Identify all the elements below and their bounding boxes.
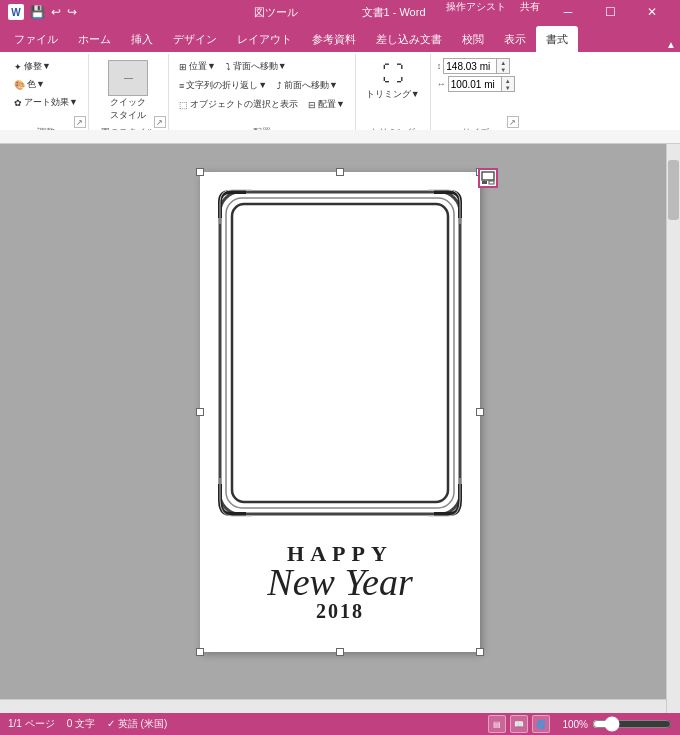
tab-insert[interactable]: 挿入	[121, 26, 163, 52]
decorative-frame	[216, 188, 464, 518]
width-row: ↔ ▲ ▼	[437, 76, 515, 92]
window-controls: 操作アシスト 共有 ─ ☐ ✕	[440, 0, 672, 24]
align-btn[interactable]: ⊟ 配置▼	[304, 96, 349, 113]
assist-btn[interactable]: 操作アシスト	[440, 0, 512, 24]
select-icon: ⬚	[179, 100, 188, 110]
adjust-group-content: ✦ 修整▼ 🎨 色▼ ✿ アート効果▼	[10, 56, 82, 124]
status-bar: 1/1 ページ 0 文字 ✓ 英語 (米国) ▤ 📖 🌐 100%	[0, 713, 680, 735]
wrap-label: 文字列の折り返し▼	[186, 79, 267, 92]
width-arrows: ▲ ▼	[502, 76, 515, 92]
arrange-group: ⊞ 位置▼ ⤵ 背面へ移動▼ ≡ 文字列の折り返し▼ ⤴ 前面へ移動▼	[169, 54, 356, 142]
width-up[interactable]: ▲	[502, 77, 514, 84]
forward-icon: ⤴	[277, 81, 282, 91]
height-up[interactable]: ▲	[497, 59, 509, 66]
handle-mid-left[interactable]	[196, 408, 204, 416]
redo-icon[interactable]: ↪	[67, 5, 77, 19]
crop-btn[interactable]: ⛶ トリミング▼	[362, 58, 424, 103]
style-group: ― クイックスタイル 図のスタイル ↗	[89, 54, 169, 142]
width-down[interactable]: ▼	[502, 84, 514, 91]
tab-file[interactable]: ファイル	[4, 26, 68, 52]
close-button[interactable]: ✕	[632, 0, 672, 24]
tab-mailings[interactable]: 差し込み文書	[366, 26, 452, 52]
position-btn[interactable]: ⊞ 位置▼	[175, 58, 220, 75]
position-icon: ⊞	[179, 62, 187, 72]
quick-style-icon: ―	[108, 60, 148, 96]
height-down[interactable]: ▼	[497, 66, 509, 73]
tab-view[interactable]: 表示	[494, 26, 536, 52]
tab-references[interactable]: 参考資料	[302, 26, 366, 52]
svg-rect-0	[482, 172, 494, 180]
height-arrows: ▲ ▼	[497, 58, 510, 74]
crop-group: ⛶ トリミング▼ トリミング	[356, 54, 431, 142]
svg-rect-2	[489, 181, 494, 184]
layout-options-button[interactable]	[478, 168, 498, 188]
view-read-btn[interactable]: 📖	[510, 715, 528, 733]
select-label: オブジェクトの選択と表示	[190, 98, 298, 111]
height-input[interactable]	[443, 58, 497, 74]
size-group-content: ↕ ▲ ▼ ↔ ▲ ▼	[437, 56, 515, 124]
tab-home[interactable]: ホーム	[68, 26, 121, 52]
restore-button[interactable]: ☐	[590, 0, 630, 24]
width-input[interactable]	[448, 76, 502, 92]
ruler-horizontal	[0, 130, 680, 144]
modify-icon: ✦	[14, 62, 22, 72]
language-text: 英語 (米国)	[118, 718, 167, 729]
view-web-btn[interactable]: 🌐	[532, 715, 550, 733]
height-row: ↕ ▲ ▼	[437, 58, 515, 74]
crop-icon: ⛶	[379, 60, 407, 88]
save-icon[interactable]: 💾	[30, 5, 45, 19]
height-label: ↕	[437, 61, 442, 71]
view-print-btn[interactable]: ▤	[488, 715, 506, 733]
zoom-label: 100%	[562, 719, 588, 730]
scrollbar-thumb-vertical[interactable]	[668, 160, 679, 220]
scrollbar-vertical[interactable]	[666, 130, 680, 713]
align-label: 配置▼	[318, 98, 345, 111]
wrap-icon: ≡	[179, 81, 184, 91]
handle-mid-right[interactable]	[476, 408, 484, 416]
status-left: 1/1 ページ 0 文字 ✓ 英語 (米国)	[8, 717, 167, 731]
height-spinner[interactable]: ▲ ▼	[443, 58, 510, 74]
ribbon-right: ▲	[666, 39, 676, 52]
align-icon: ⊟	[308, 100, 316, 110]
style-group-content: ― クイックスタイル	[104, 56, 152, 124]
adjust-expand[interactable]: ↗	[74, 116, 86, 128]
tab-review[interactable]: 校閲	[452, 26, 494, 52]
collapse-ribbon-icon[interactable]: ▲	[666, 39, 676, 50]
art-effect-btn[interactable]: ✿ アート効果▼	[10, 94, 82, 111]
handle-top-left[interactable]	[196, 168, 204, 176]
modify-btn[interactable]: ✦ 修整▼	[10, 58, 82, 75]
handle-bot-center[interactable]	[336, 648, 344, 656]
quick-style-label: クイックスタイル	[110, 96, 146, 122]
scrollbar-horizontal[interactable]	[0, 699, 666, 713]
background-move-btn[interactable]: ⤵ 背面へ移動▼	[222, 58, 291, 75]
ribbon-tabs: ファイル ホーム 挿入 デザイン レイアウト 参考資料 差し込み文書 校閲 表示…	[0, 24, 680, 52]
tab-format[interactable]: 書式	[536, 26, 578, 52]
happy-new-year-text: HAPPY New Year 2018	[267, 542, 412, 622]
word-count: 0 文字	[67, 717, 95, 731]
style-expand[interactable]: ↗	[154, 116, 166, 128]
share-btn[interactable]: 共有	[514, 0, 546, 24]
select-objects-btn[interactable]: ⬚ オブジェクトの選択と表示	[175, 96, 302, 113]
spell-icon: ✓	[107, 718, 115, 729]
minimize-button[interactable]: ─	[548, 0, 588, 24]
handle-top-center[interactable]	[336, 168, 344, 176]
forward-label: 前面へ移動▼	[284, 79, 338, 92]
modify-label: 修整▼	[24, 60, 51, 73]
undo-icon[interactable]: ↩	[51, 5, 61, 19]
forward-btn[interactable]: ⤴ 前面へ移動▼	[273, 77, 342, 94]
color-btn[interactable]: 🎨 色▼	[10, 76, 82, 93]
tab-design[interactable]: デザイン	[163, 26, 227, 52]
crop-label: トリミング▼	[366, 88, 420, 101]
handle-bot-left[interactable]	[196, 648, 204, 656]
quick-style-btn[interactable]: ― クイックスタイル	[104, 58, 152, 124]
width-spinner[interactable]: ▲ ▼	[448, 76, 515, 92]
svg-rect-3	[220, 192, 460, 514]
svg-rect-1	[482, 181, 487, 184]
wrap-text-btn[interactable]: ≡ 文字列の折り返し▼	[175, 77, 271, 94]
newyear-text: New Year	[267, 562, 412, 604]
zoom-slider[interactable]	[592, 719, 672, 729]
color-label: 色▼	[27, 78, 45, 91]
handle-bot-right[interactable]	[476, 648, 484, 656]
size-expand[interactable]: ↗	[507, 116, 519, 128]
tab-layout[interactable]: レイアウト	[227, 26, 302, 52]
